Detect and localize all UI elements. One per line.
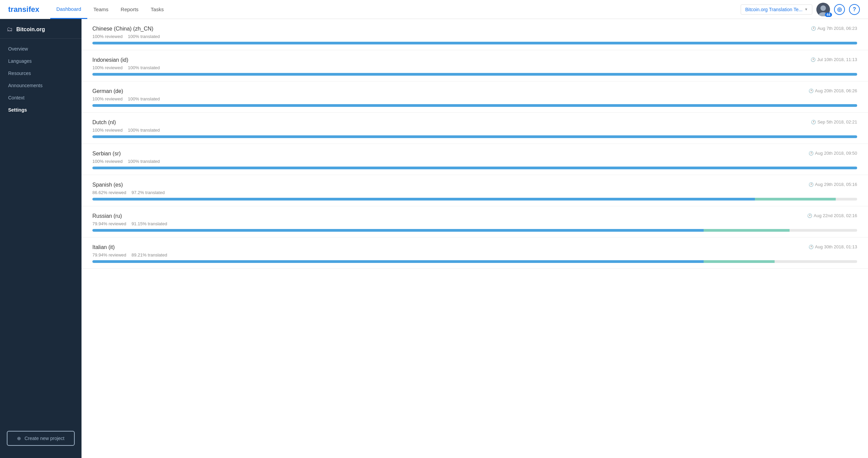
top-navigation: transifex Dashboard Teams Reports Tasks … [0,0,868,19]
sidebar-item-languages[interactable]: Languages [0,55,82,67]
lang-stats: 100% reviewed 100% translated [92,128,857,133]
lang-timestamp: 🕐 Aug 7th 2018, 06:23 [811,26,857,31]
reviewed-stat: 79.94% reviewed [92,221,126,226]
plus-icon: ⊕ [17,436,21,441]
language-item[interactable]: German (de) 🕐 Aug 20th 2018, 06:26 100% … [82,81,868,113]
team-selector[interactable]: Bitcoin.org Translation Te... ▼ [741,4,812,15]
lang-name: Indonesian (id) [92,57,128,63]
lang-stats: 79.94% reviewed 91.15% translated [92,221,857,226]
lang-timestamp: 🕐 Aug 22nd 2018, 02:16 [807,213,857,218]
nav-reports[interactable]: Reports [114,0,145,19]
sidebar-item-context[interactable]: Context [0,92,82,104]
translated-bar [755,198,836,201]
lang-stats: 100% reviewed 100% translated [92,34,857,39]
lang-header: Serbian (sr) 🕐 Aug 20th 2018, 09:50 [92,151,857,157]
translated-stat: 89.21% translated [131,252,167,257]
progress-bar [92,260,857,263]
language-item[interactable]: Indonesian (id) 🕐 Jul 10th 2018, 11:13 1… [82,50,868,81]
translated-stat: 100% translated [128,159,160,164]
translated-bar [704,260,775,263]
lang-timestamp: 🕐 Aug 20th 2018, 09:50 [809,151,857,156]
team-selector-label: Bitcoin.org Translation Te... [745,7,802,12]
topnav-right: Bitcoin.org Translation Te... ▼ 44 ◎ ? [741,3,860,16]
lang-stats: 86.62% reviewed 97.2% translated [92,190,857,195]
reviewed-bar [92,42,857,44]
progress-bar [92,42,857,44]
nav-teams[interactable]: Teams [87,0,114,19]
translated-stat: 100% translated [128,34,160,39]
folder-icon: 🗂 [7,26,13,33]
language-item[interactable]: Chinese (China) (zh_CN) 🕐 Aug 7th 2018, … [82,19,868,50]
lang-name: Dutch (nl) [92,119,116,126]
notification-badge: 44 [825,13,832,17]
reviewed-bar [92,167,857,169]
user-avatar[interactable]: 44 [816,3,830,16]
reviewed-bar [92,135,857,138]
lang-header: Russian (ru) 🕐 Aug 22nd 2018, 02:16 [92,213,857,219]
create-project-label: Create new project [24,436,65,441]
reviewed-stat: 100% reviewed [92,159,123,164]
sidebar: 🗂 Bitcoin.org Overview Languages Resourc… [0,19,82,458]
progress-bar [92,167,857,169]
lang-name: Italian (it) [92,244,115,250]
nav-tasks[interactable]: Tasks [145,0,170,19]
translated-stat: 100% translated [128,128,160,133]
clock-icon: 🕐 [809,245,814,249]
sidebar-item-overview[interactable]: Overview [0,43,82,55]
lang-name: Spanish (es) [92,182,123,188]
lang-timestamp: 🕐 Jul 10th 2018, 11:13 [811,57,857,62]
reviewed-stat: 100% reviewed [92,96,123,101]
lang-header: German (de) 🕐 Aug 20th 2018, 06:26 [92,88,857,94]
lang-stats: 100% reviewed 100% translated [92,159,857,164]
language-item[interactable]: Italian (it) 🕐 Aug 30th 2018, 01:13 79.9… [82,237,868,269]
lang-timestamp: 🕐 Sep 5th 2018, 02:21 [811,119,857,125]
clock-icon: 🕐 [809,89,814,93]
lang-timestamp: 🕐 Aug 20th 2018, 06:26 [809,88,857,93]
progress-bar [92,135,857,138]
lang-header: Spanish (es) 🕐 Aug 29th 2018, 05:16 [92,182,857,188]
clock-icon: 🕐 [807,213,812,218]
lang-header: Chinese (China) (zh_CN) 🕐 Aug 7th 2018, … [92,26,857,32]
reviewed-bar [92,260,704,263]
clock-icon: 🕐 [809,182,814,187]
lang-timestamp: 🕐 Aug 29th 2018, 05:16 [809,182,857,187]
language-item[interactable]: Russian (ru) 🕐 Aug 22nd 2018, 02:16 79.9… [82,206,868,237]
sidebar-project-name: Bitcoin.org [16,26,45,33]
lang-stats: 79.94% reviewed 89.21% translated [92,252,857,257]
reviewed-bar [92,229,704,232]
progress-bar [92,229,857,232]
translated-stat: 91.15% translated [131,221,167,226]
lang-name: Russian (ru) [92,213,122,219]
reviewed-stat: 100% reviewed [92,34,123,39]
sidebar-project: 🗂 Bitcoin.org [0,19,82,39]
progress-bar [92,198,857,201]
main-layout: 🗂 Bitcoin.org Overview Languages Resourc… [0,19,868,458]
sidebar-item-settings[interactable]: Settings [0,104,82,116]
reviewed-stat: 100% reviewed [92,128,123,133]
clock-icon: 🕐 [811,57,816,62]
sidebar-item-announcements[interactable]: Announcements [0,79,82,92]
sidebar-item-resources[interactable]: Resources [0,67,82,79]
compass-icon-btn[interactable]: ◎ [834,4,845,15]
clock-icon: 🕐 [809,151,814,156]
clock-icon: 🕐 [811,26,816,31]
lang-header: Dutch (nl) 🕐 Sep 5th 2018, 02:21 [92,119,857,126]
help-icon-btn[interactable]: ? [849,4,860,15]
create-project-button[interactable]: ⊕ Create new project [7,431,75,446]
reviewed-bar [92,198,755,201]
language-item[interactable]: Dutch (nl) 🕐 Sep 5th 2018, 02:21 100% re… [82,113,868,144]
lang-name: Chinese (China) (zh_CN) [92,26,153,32]
lang-timestamp: 🕐 Aug 30th 2018, 01:13 [809,244,857,249]
translated-stat: 97.2% translated [131,190,165,195]
sidebar-nav: Overview Languages Resources Announcemen… [0,39,82,425]
language-item[interactable]: Spanish (es) 🕐 Aug 29th 2018, 05:16 86.6… [82,175,868,206]
lang-stats: 100% reviewed 100% translated [92,96,857,101]
lang-header: Indonesian (id) 🕐 Jul 10th 2018, 11:13 [92,57,857,63]
logo[interactable]: transifex [8,5,39,14]
nav-dashboard[interactable]: Dashboard [50,0,87,19]
language-list: Chinese (China) (zh_CN) 🕐 Aug 7th 2018, … [82,19,868,269]
progress-bar [92,104,857,107]
lang-header: Italian (it) 🕐 Aug 30th 2018, 01:13 [92,244,857,250]
language-item[interactable]: Serbian (sr) 🕐 Aug 20th 2018, 09:50 100%… [82,144,868,175]
sidebar-footer: ⊕ Create new project [0,425,82,451]
